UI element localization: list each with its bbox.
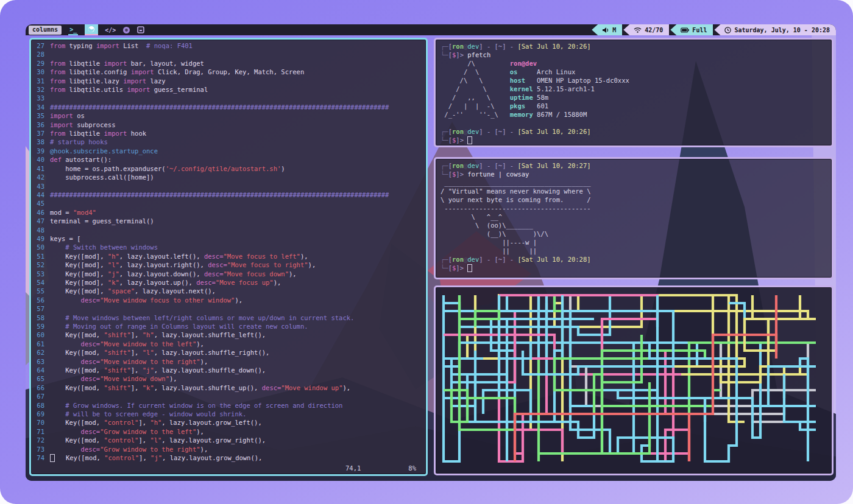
token-kw: desc=	[81, 358, 101, 365]
line-number: 63	[34, 357, 44, 366]
token-cmd: fortune | cowsay	[467, 170, 529, 178]
token-txt: keys = [	[50, 235, 81, 242]
token-txt: ],	[138, 419, 150, 426]
token-str: '~/.config/qtile/autostart.sh'	[166, 165, 281, 172]
code-line: 69 # will be to screen edge - window wou…	[34, 410, 426, 418]
line-number: 66	[34, 383, 44, 392]
terminal-line: └─[$]> fortune | cowsay	[441, 170, 827, 178]
token-cmt: ########################################…	[50, 103, 389, 111]
token-br: ] - [~] -	[479, 256, 517, 263]
cowsay-terminal-window[interactable]: ┌─[ron@dev] - [~] - [Sat Jul 10, 20:27]└…	[434, 157, 834, 279]
token-lgo: / \	[441, 85, 510, 93]
code-line: 63 desc="Move window to the right"),	[34, 357, 426, 366]
battery-widget[interactable]: Full	[670, 24, 713, 35]
code-line: 36import subprocess	[34, 121, 426, 129]
token-txt: , lazy.layout.shuffle_down(),	[154, 366, 266, 374]
token-cmt: # startup hooks	[50, 138, 108, 145]
code-line: 54 Key([mod], "k", lazy.layout.up(), des…	[34, 278, 426, 287]
terminal-line: └─[$]>	[441, 264, 827, 272]
token-kw: from	[50, 86, 65, 93]
token-txt: Key([mod,	[50, 419, 104, 426]
window-group-icon[interactable]	[137, 24, 144, 35]
line-number: 54	[34, 278, 44, 287]
volume-icon	[602, 27, 609, 33]
token-txt: typing	[65, 42, 96, 49]
code-line: 33	[34, 94, 426, 102]
code-line: 72 Key([mod, "control"], "l", lazy.layou…	[34, 436, 426, 444]
clock-widget[interactable]: Saturday, July, 10 - 20:28	[714, 24, 836, 35]
token-str: "k"	[108, 279, 119, 286]
disc-group-icon[interactable]	[122, 24, 130, 35]
firefox-group-icon[interactable]	[85, 24, 98, 35]
token-br: ] - [~] -	[479, 43, 517, 50]
token-txt: Click, Drag, Group, Key, Match, Screen	[154, 68, 305, 75]
token-txt: , lazy.layout.down(),	[119, 270, 204, 278]
token-str: "j"	[108, 270, 119, 278]
token-cor: ┌─	[441, 43, 448, 50]
token-txt: ],	[131, 349, 143, 356]
terminal-line: / \ kernel 5.12.15-arch1-1	[441, 85, 827, 93]
line-number: 52	[34, 261, 44, 269]
code-line: 71 desc="Grow window to the left"),	[34, 427, 426, 436]
line-number: 68	[34, 401, 44, 410]
token-cow: ||----w |	[441, 239, 537, 246]
layout-indicator[interactable]: columns	[29, 26, 62, 35]
token-kw: desc=	[81, 296, 101, 304]
token-kw: desc=	[81, 375, 101, 382]
token-kw: import	[131, 68, 154, 75]
code-line: 45	[34, 199, 426, 208]
token-kw: desc=	[208, 261, 227, 268]
volume-widget[interactable]: M	[592, 24, 622, 35]
code-line: 51 Key([mod], "h", lazy.layout.left(), d…	[34, 252, 426, 261]
token-txt: ],	[131, 366, 143, 374]
token-str: "Grow window to the left"	[100, 428, 196, 435]
token-dev: dev	[467, 162, 479, 169]
token-txt: libqtile.utils	[65, 86, 127, 93]
token-lbl: uptime	[510, 94, 537, 101]
token-txt: ],	[131, 331, 143, 338]
token-str: "control"	[104, 454, 139, 461]
token-usr: ron	[452, 162, 464, 169]
vim-window[interactable]: 27from typing import List # noqa: F40128…	[29, 38, 428, 476]
line-number: 30	[34, 68, 44, 76]
line-number: 28	[34, 50, 44, 58]
token-kw: desc=	[204, 270, 224, 278]
terminal-line: / "Virtual" means never knowing where \	[441, 187, 827, 195]
vim-statusline: 74,1 8%	[31, 464, 426, 472]
code-line: 52 Key([mod], "l", lazy.layout.right(), …	[34, 261, 426, 269]
wifi-widget[interactable]: 42/70	[623, 24, 669, 35]
token-txt	[50, 375, 81, 382]
token-cor: ┌─	[441, 128, 448, 135]
token-str: "h"	[143, 331, 154, 338]
code-line: 31from libqtile.lazy import lazy	[34, 77, 426, 85]
token-txt: bar, layout, widget	[127, 60, 204, 67]
token-br: ] - [~] -	[479, 128, 517, 135]
token-str: "Move window down"	[100, 375, 169, 382]
code-line: 55 Key([mod], "space", lazy.layout.next(…	[34, 287, 426, 295]
token-dat: [Sat Jul 10, 20:27]	[517, 162, 590, 169]
code-line: 61 desc="Move window to the left"),	[34, 340, 426, 348]
line-number: 48	[34, 226, 44, 234]
token-kw: def	[50, 156, 62, 163]
token-kw: from	[50, 68, 65, 75]
pipes-terminal-window[interactable]	[434, 285, 834, 475]
line-number: 40	[34, 155, 44, 164]
token-kw: desc=	[81, 340, 101, 348]
token-txt: ),	[196, 340, 204, 348]
code-line: 65 desc="Move window down"),	[34, 374, 426, 383]
token-txt: ),	[200, 446, 208, 453]
token-str: "control"	[104, 436, 139, 444]
code-group-icon[interactable]: </>	[105, 24, 116, 35]
line-number: 70	[34, 418, 44, 427]
pfetch-terminal-window[interactable]: ┌─[ron@dev] - [~] - [Sat Jul 10, 20:26]└…	[434, 38, 834, 147]
terminal-group-icon[interactable]: >_	[68, 24, 78, 35]
token-kw: import	[104, 60, 127, 67]
volume-label: M	[612, 27, 616, 33]
token-txt: subprocess	[73, 121, 116, 128]
code-line: 49keys = [	[34, 234, 426, 243]
terminal-line: \ your next byte is coming from. /	[441, 195, 827, 204]
code-line: 73 desc="Grow window to the right"),	[34, 445, 426, 453]
token-cow: / "Virtual" means never knowing where \	[441, 187, 591, 195]
code-line: 48	[34, 226, 426, 234]
token-txt: , lazy.layout.grow_right(),	[161, 436, 266, 444]
